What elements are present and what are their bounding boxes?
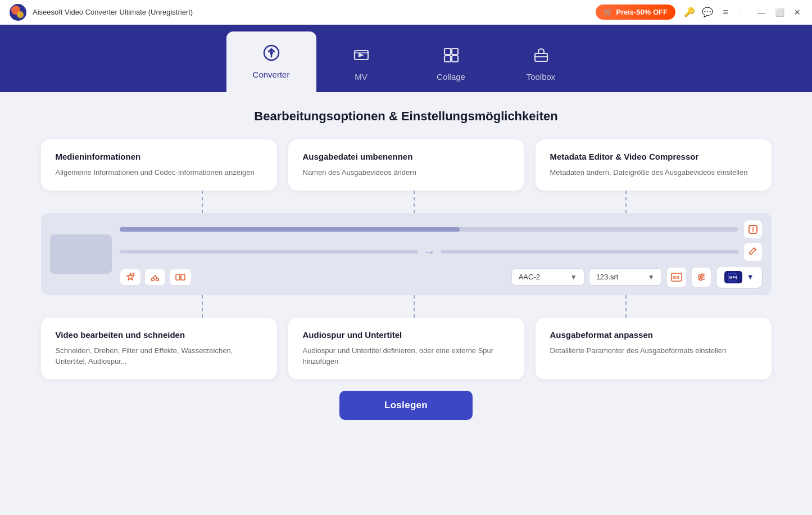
menu-icon[interactable]: ≡ [720,7,731,17]
svg-rect-7 [444,48,451,55]
progress-bar-1 [120,227,738,232]
subtitle-dropdown[interactable]: 123.srt ▼ [589,268,662,286]
tab-collage[interactable]: Collage [406,36,496,92]
nav-bar: Converter MV Collage [0,25,812,92]
add-segment-button[interactable]: + [169,269,192,286]
player-row3: + AAC-2 ▼ 123.srt ▼ [120,266,763,288]
rename-desc: Namen des Ausgabevideos ändern [303,167,510,178]
video-thumbnail [50,234,112,274]
title-bar-controls: 🔑 💬 ≡ — ⬜ ✕ [684,7,803,18]
app-logo [9,3,27,21]
tab-toolbox[interactable]: Toolbox [496,36,586,92]
toolbox-icon [533,47,550,67]
title-bar: Aiseesoft Video Converter Ultimate (Unre… [0,0,812,25]
main-content: Bearbeitungsoptionen & Einstellungsmögli… [0,92,812,515]
player-section: i → [41,213,772,295]
bottom-connector-2 [414,295,415,318]
svg-point-2 [17,11,24,18]
svg-text:+: + [183,273,185,275]
bottom-connectors [41,295,772,318]
svg-rect-18 [181,274,185,280]
player-row2: → [120,242,763,261]
start-button[interactable]: Loslegen [339,391,473,420]
page-title: Bearbeitungsoptionen & Einstellungsmögli… [254,109,557,124]
svg-text:ID3: ID3 [673,275,679,280]
connector-1 [202,191,203,213]
app-title: Aiseesoft Video Converter Ultimate (Unre… [33,8,596,16]
enhance-button[interactable] [120,269,141,286]
subtitle-value: 123.srt [596,273,619,281]
edit-cut-title: Video bearbeiten und schneiden [56,330,262,340]
audio-track-value: AAC-2 [519,273,540,281]
rename-card: Ausgabedatei umbenennen Namen des Ausgab… [288,139,524,191]
info-button[interactable]: i [743,220,763,239]
search-icon[interactable]: 🔑 [684,7,695,17]
tab-mv[interactable]: MV [316,36,406,92]
audio-subtitle-desc: Audiospur und Untertitel definieren, ode… [303,345,510,367]
edit-button[interactable] [743,242,763,261]
svg-rect-9 [444,56,451,62]
svg-rect-17 [176,274,180,280]
subtitle-dropdown-arrow: ▼ [648,273,655,281]
tab-converter[interactable]: Converter [226,31,316,92]
audio-subtitle-card: Audiospur und Untertitel Audiospur und U… [288,318,524,380]
metadata-title: Metadata Editor & Video Compressor [550,152,757,161]
format-value: ▼ [747,273,754,281]
progress-fill-1 [120,227,460,232]
meta-buttons: ID3 [666,267,711,287]
promo-button[interactable]: 🛒 Preis-50% OFF [596,4,675,20]
mv-tab-label: MV [355,72,368,82]
edit-cut-card: Video bearbeiten und schneiden Schneiden… [41,318,277,380]
output-format-title: Ausgabeformat anpassen [550,330,757,340]
bottom-cards-section: Video bearbeiten und schneiden Schneiden… [41,318,772,380]
player-center: i → [120,220,763,288]
id3-button[interactable]: ID3 [666,267,687,287]
start-btn-container: Loslegen [339,391,473,420]
equalizer-button[interactable] [691,267,711,287]
edit-tools: + [120,269,192,286]
minimize-button[interactable]: — [756,7,767,18]
cut-button[interactable] [144,269,166,286]
connector-2 [414,191,415,213]
rename-title: Ausgabedatei umbenennen [303,152,510,161]
output-format-desc: Detaillierte Paramenter des Ausgabeforma… [550,345,757,356]
converter-tab-label: Converter [253,70,290,79]
media-info-desc: Allgemeine Informationen und Codec-Infor… [56,167,262,178]
top-connectors [41,191,772,213]
close-button[interactable]: ✕ [792,7,803,18]
media-info-card: Medieninformationen Allgemeine Informati… [41,139,277,191]
arrow-right-icon: → [423,244,436,260]
svg-point-4 [270,51,273,55]
audio-dropdown-arrow: ▼ [570,273,577,281]
audio-track-dropdown[interactable]: AAC-2 ▼ [511,268,584,286]
mv-icon [353,47,370,67]
svg-rect-11 [535,53,547,61]
window-controls: — ⬜ ✕ [756,7,803,18]
top-cards-section: Medieninformationen Allgemeine Informati… [41,139,772,191]
metadata-desc: Metadaten ändern, Dateigröße des Ausgabe… [550,167,757,178]
maximize-button[interactable]: ⬜ [774,7,785,18]
svg-text:i: i [752,226,754,233]
collage-tab-label: Collage [437,72,465,82]
progress-bar-3 [441,250,739,254]
separator [741,7,741,17]
svg-point-15 [151,278,154,281]
connector-3 [625,191,627,213]
format-badge: MP4 [724,271,742,283]
svg-point-26 [701,274,704,276]
svg-rect-10 [452,56,458,62]
output-format-card: Ausgabeformat anpassen Detaillierte Para… [536,318,772,380]
edit-cut-desc: Schneiden, Drehen, Filter und Effekte, W… [56,345,262,367]
player-row1: i [120,220,763,239]
cart-icon: 🛒 [604,8,613,16]
audio-subtitle-title: Audiospur und Untertitel [303,330,510,340]
bottom-connector-1 [202,295,203,318]
svg-text:MP4: MP4 [729,275,737,279]
media-info-title: Medieninformationen [56,152,262,161]
format-button[interactable]: MP4 ▼ [716,266,763,288]
converter-icon [263,44,280,65]
chat-icon[interactable]: 💬 [702,7,713,17]
bottom-connector-3 [625,295,627,318]
svg-rect-8 [452,48,458,55]
toolbox-tab-label: Toolbox [527,72,556,82]
